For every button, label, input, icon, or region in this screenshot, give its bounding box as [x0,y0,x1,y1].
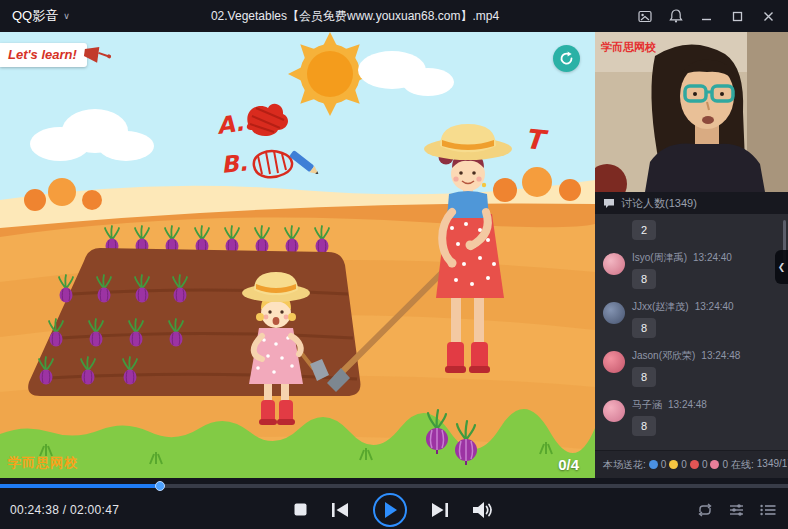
flower-count: 0 [681,459,687,470]
window-controls [629,0,788,32]
message-bubble: 8 [632,269,656,289]
side-panel: 学而思网校 讨论人数(1349) 2 [595,32,788,478]
next-button[interactable] [431,503,449,517]
teacher-video [595,32,788,192]
annotation-letter-b: B. [220,149,249,178]
flower-count: 0 [702,459,708,470]
playlist-button[interactable] [760,504,776,516]
message-time: 13:24:40 [693,252,732,263]
avatar [603,351,625,373]
flowers-label: 本场送花: [603,458,646,472]
message-bubble: 2 [632,220,656,240]
sender-name: JJxx(赵津茂) [632,301,689,312]
collapse-chat-button[interactable]: ❮ [775,250,788,284]
screenshot-button[interactable] [629,0,660,32]
flower-icon-yellow [669,460,678,469]
window-title: 02.Vegetables【会员免费www.youxuan68.com】.mp4 [211,0,499,32]
chat-panel: 讨论人数(1349) 2 Isyo(周津禹)13:24:40 8 [595,192,788,478]
player-options [697,503,776,517]
time-display: 00:24:38 / 02:00:47 [10,503,119,517]
app-menu[interactable]: QQ影音 ∨ [0,0,82,32]
annotation-letter-a: A. [215,109,245,139]
minimize-button[interactable] [691,0,722,32]
flower-icon-blue [649,460,658,469]
page-counter: 0/4 [558,456,579,473]
next-icon [431,503,449,517]
chat-message: Jason(邓欣荣)13:24:48 8 [603,349,780,387]
lets-learn-banner: Let's learn! [0,43,87,67]
sender-name: Isyo(周津禹) [632,252,687,263]
chat-message: Isyo(周津禹)13:24:40 8 [603,251,780,289]
chevron-down-icon: ∨ [63,11,70,21]
titlebar: QQ影音 ∨ 02.Vegetables【会员免费www.youxuan68.c… [0,0,788,32]
chat-message: 马子涵13:24:48 8 [603,398,780,436]
screenshot-icon [638,10,652,23]
online-count: 1349/1780 [757,458,788,472]
settings-button[interactable] [729,503,744,517]
qq-player-window: QQ影音 ∨ 02.Vegetables【会员免费www.youxuan68.c… [0,0,788,529]
volume-icon [473,502,494,518]
message-time: 13:24:48 [668,399,707,410]
playlist-icon [760,504,776,516]
message-meta: Jason(邓欣荣)13:24:48 [632,349,740,363]
chat-message: JJxx(赵津茂)13:24:40 8 [603,300,780,338]
flower-count: 0 [722,459,728,470]
settings-sliders-icon [729,503,744,517]
chat-header: 讨论人数(1349) [595,192,788,214]
message-meta: 马子涵13:24:48 [632,398,707,412]
message-bubble: 8 [632,318,656,338]
loop-mode-icon [697,503,713,517]
sender-name: 马子涵 [632,399,662,410]
close-icon [763,11,774,22]
progress-fill [0,484,160,488]
volume-button[interactable] [473,502,494,518]
avatar [603,253,625,275]
close-button[interactable] [753,0,784,32]
chat-footer: 本场送花: 0 0 0 0 在线: 1349/1780 [595,450,788,478]
banner-marker-icon [82,44,112,72]
flower-count: 0 [661,459,667,470]
minimize-icon [701,11,712,22]
chevron-left-icon: ❮ [778,262,786,272]
webcam-view: 学而思网校 [595,32,788,192]
lets-learn-label: Let's learn! [8,47,77,62]
previous-button[interactable] [331,503,349,517]
notification-button[interactable] [660,0,691,32]
stop-button[interactable] [294,503,307,516]
chat-header-label: 讨论人数(1349) [621,196,697,211]
message-time: 13:24:40 [695,301,734,312]
message-meta: JJxx(赵津茂)13:24:40 [632,300,734,314]
flower-icon-red [690,460,699,469]
message-meta: Isyo(周津禹)13:24:40 [632,251,732,265]
content-area: A. B. T [0,32,788,478]
refresh-button[interactable] [553,45,580,72]
player-bar: 00:24:38 / 02:00:47 [0,478,788,529]
avatar [603,400,625,422]
maximize-icon [732,11,743,22]
webcam-watermark: 学而思网校 [601,40,656,55]
play-icon [382,501,398,519]
previous-icon [331,503,349,517]
flower-icon-pink [710,460,719,469]
progress-bar[interactable] [0,480,788,490]
chat-bubble-icon [603,198,615,209]
video-watermark: 学而思网校 [8,454,78,472]
online-label: 在线: [731,458,754,472]
chat-message: 2 [603,220,780,240]
refresh-icon [559,51,574,66]
app-name: QQ影音 [12,7,58,25]
cartoon-scene: A. B. T [0,32,595,478]
maximize-button[interactable] [722,0,753,32]
video-area[interactable]: A. B. T [0,32,595,478]
sender-name: Jason(邓欣荣) [632,350,695,361]
controls-row: 00:24:38 / 02:00:47 [0,490,788,529]
message-time: 13:24:48 [701,350,740,361]
playback-controls [294,493,494,527]
play-button[interactable] [373,493,407,527]
loop-mode-button[interactable] [697,503,713,517]
message-bubble: 8 [632,416,656,436]
avatar [603,302,625,324]
bell-icon [669,9,683,23]
chat-message-list[interactable]: 2 Isyo(周津禹)13:24:40 8 [595,214,788,450]
stop-icon [294,503,307,516]
